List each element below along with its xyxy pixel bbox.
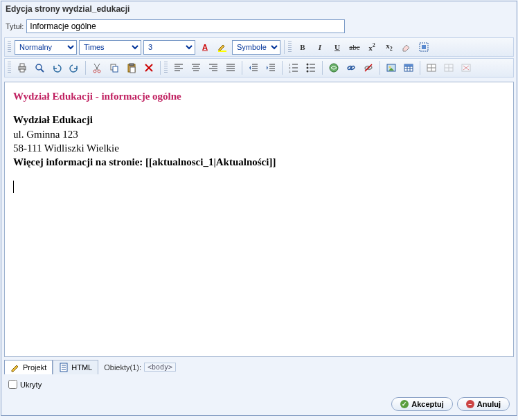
outdent-button[interactable]: [246, 60, 261, 75]
tab-label: HTML: [71, 363, 92, 372]
content-line-2: ul. Gminna 123: [13, 127, 505, 141]
symbol-select[interactable]: Symbole: [232, 40, 280, 55]
grip-icon: [164, 62, 168, 74]
separator: [282, 61, 283, 75]
separator: [379, 61, 380, 75]
grip-icon: [8, 41, 11, 53]
toolbar-area: Normalny Times 3 A Symbole B I U abc x2 …: [1, 36, 517, 79]
content-line-3: 58-111 Widliszki Wielkie: [13, 141, 505, 155]
indent-button[interactable]: [263, 60, 278, 75]
svg-rect-13: [113, 66, 118, 72]
svg-line-7: [41, 69, 44, 72]
align-right-button[interactable]: [206, 60, 221, 75]
cut-button[interactable]: [89, 60, 105, 75]
delete-button[interactable]: [141, 60, 157, 75]
size-select[interactable]: 3: [143, 40, 195, 55]
link-button[interactable]: [326, 60, 341, 75]
cancel-button[interactable]: – Anuluj: [457, 397, 510, 411]
accept-label: Akceptuj: [411, 400, 443, 408]
subscript-button[interactable]: x2: [382, 39, 397, 55]
strike-button[interactable]: abc: [347, 39, 362, 55]
table-props-button[interactable]: [441, 60, 456, 75]
print-button[interactable]: [15, 60, 30, 75]
title-row: Tytuł:: [1, 17, 517, 36]
svg-rect-5: [20, 69, 24, 72]
separator: [160, 61, 161, 75]
editor-window: Edycja strony wydzial_edukacji Tytuł: No…: [1, 1, 517, 416]
ordered-list-button[interactable]: 123: [286, 60, 301, 75]
superscript-button[interactable]: x2: [364, 39, 379, 55]
hidden-label: Ukryty: [20, 381, 42, 389]
separator: [242, 61, 242, 75]
text-cursor: [13, 181, 14, 193]
font-select[interactable]: Times: [79, 40, 141, 55]
separator: [284, 40, 285, 54]
content-line-4: Więcej informacji na stronie: [[aktualno…: [13, 155, 505, 169]
copy-button[interactable]: [107, 60, 122, 75]
unordered-list-button[interactable]: [303, 60, 319, 75]
find-button[interactable]: [32, 60, 47, 75]
title-label: Tytuł:: [6, 22, 24, 30]
redo-button[interactable]: [66, 60, 82, 75]
tab-bar: Projekt HTML Obiekty(1): <body>: [1, 360, 517, 376]
cancel-label: Anuluj: [477, 400, 501, 408]
svg-line-60: [365, 64, 372, 71]
tab-label: Projekt: [23, 363, 46, 372]
image-button[interactable]: [384, 60, 399, 75]
italic-button[interactable]: I: [312, 39, 328, 55]
style-select[interactable]: Normalny: [15, 40, 77, 55]
bold-button[interactable]: B: [295, 39, 310, 55]
editor-content[interactable]: Wydział Edukacji - informacje ogólne Wyd…: [4, 82, 514, 357]
svg-rect-15: [130, 64, 134, 66]
pencil-icon: [10, 363, 20, 372]
svg-point-11: [98, 70, 100, 73]
grip-icon: [8, 62, 11, 74]
undo-button[interactable]: [49, 60, 64, 75]
font-color-button[interactable]: A: [197, 39, 213, 55]
paste-button[interactable]: [124, 60, 139, 75]
unlink-button[interactable]: [361, 60, 376, 75]
select-all-button[interactable]: [416, 39, 431, 55]
svg-point-51: [307, 71, 309, 73]
toolbar-1: Normalny Times 3 A Symbole B I U abc x2 …: [4, 37, 514, 57]
accept-button[interactable]: ✓ Akceptuj: [391, 397, 452, 411]
insert-table-button[interactable]: [424, 60, 439, 75]
object-token[interactable]: <body>: [144, 363, 176, 372]
objects-label: Obiekty(1): <body>: [98, 360, 181, 374]
grip-icon: [288, 41, 292, 53]
table-button[interactable]: [401, 60, 416, 75]
minus-icon: –: [466, 400, 474, 408]
hidden-checkbox[interactable]: [8, 380, 17, 389]
tab-html[interactable]: HTML: [53, 360, 98, 374]
svg-point-62: [389, 66, 391, 69]
svg-rect-16: [130, 67, 135, 73]
svg-point-49: [307, 64, 309, 66]
svg-rect-4: [20, 64, 24, 66]
button-row: ✓ Akceptuj – Anuluj: [1, 393, 517, 415]
hidden-row: Ukryty: [1, 376, 517, 393]
anchor-button[interactable]: [343, 60, 359, 75]
toolbar-2: 123: [4, 58, 514, 77]
eraser-button[interactable]: [399, 39, 414, 55]
align-justify-button[interactable]: [223, 60, 238, 75]
align-center-button[interactable]: [188, 60, 204, 75]
separator: [85, 61, 86, 75]
svg-text:3: 3: [289, 70, 291, 73]
highlight-button[interactable]: [215, 39, 230, 55]
svg-point-50: [307, 67, 309, 69]
table-delete-button[interactable]: [458, 60, 474, 75]
svg-rect-2: [422, 45, 426, 49]
align-left-button[interactable]: [171, 60, 186, 75]
svg-point-6: [36, 64, 42, 70]
document-icon: [59, 363, 69, 372]
svg-point-10: [93, 70, 96, 73]
content-heading: Wydział Edukacji - informacje ogólne: [13, 89, 505, 103]
check-icon: ✓: [400, 400, 409, 408]
title-input[interactable]: [26, 19, 345, 33]
underline-button[interactable]: U: [330, 39, 345, 55]
separator: [322, 61, 323, 75]
window-title: Edycja strony wydzial_edukacji: [1, 1, 517, 17]
tab-projekt[interactable]: Projekt: [4, 360, 53, 374]
content-line-1: Wydział Edukacji: [13, 113, 505, 127]
svg-rect-0: [218, 51, 226, 52]
